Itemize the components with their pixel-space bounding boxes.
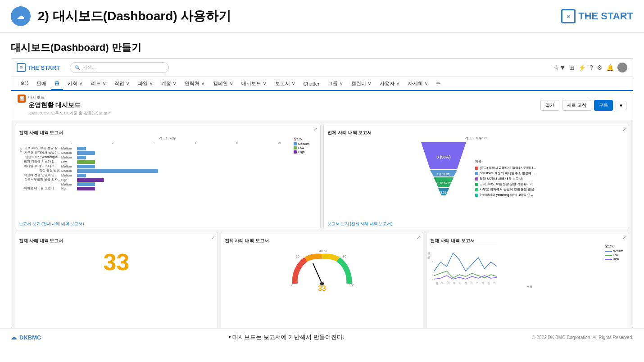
footer-logo-text: DKBMC <box>19 334 41 341</box>
nav-dashboard[interactable]: 대시보드 ∨ <box>238 77 270 90</box>
line-xaxis: 항Sa이제차정이적책한히 <box>434 282 497 285</box>
cloud-icon: ☁ <box>17 11 25 21</box>
dashboard-row-bottom: 전체 사례 내역 보고서 ⤢ 33 보고서 보기 (전체 사례 내역 보고서) … <box>15 232 629 328</box>
the-start-logo: ⊡ THE START <box>561 9 633 23</box>
widget-gauge: 전체 사례 내역 보고서 ⤢ <box>221 232 424 328</box>
legend-medium: Medium <box>294 142 309 145</box>
legend-low: Low <box>294 146 309 149</box>
footer-cloud-icon: ☁ <box>11 334 17 341</box>
sf-dash-info: 대시보드 운영현황 대시보드 2022. 8. 22. 오후 9:10 기준 홈… <box>28 95 112 116</box>
logo-text: THE START <box>578 10 633 22</box>
bar-row-10: 히이을 데이볼 표면에 연... High <box>24 186 317 190</box>
nav-home[interactable]: 홈 <box>51 77 63 90</box>
nav-edit[interactable]: ✏ <box>433 78 444 89</box>
svg-text:20: 20 <box>296 255 299 258</box>
refresh-button[interactable]: 새로 고침 <box>562 100 591 111</box>
gauge-value: 33 <box>318 285 326 293</box>
nav-chatter[interactable]: Chatter <box>300 78 323 89</box>
line-chart-svg <box>434 244 497 280</box>
sf-dash-actions: 열기 새로 고침 구독 ▼ <box>540 100 626 111</box>
expand-icon[interactable]: ⤢ <box>314 127 317 132</box>
funnel-chart-link[interactable]: 보고서 보기 (전체 사례 내역 보고서) <box>327 221 393 227</box>
gauge-area: 0 20 40 60 80 100 33 <box>225 244 420 293</box>
bar-row-2: 사무용 의자에서 놀빛이... Medium <box>24 151 317 155</box>
nav-accounts[interactable]: 계정 ∨ <box>158 77 180 90</box>
sf-dash-header: 📊 대시보드 운영현황 대시보드 2022. 8. 22. 오후 9:10 기준… <box>11 91 633 120</box>
expand-icon-3[interactable]: ⤢ <box>211 235 215 240</box>
avatar-icon[interactable] <box>617 63 627 72</box>
dashboard-row-top: 전체 사례 내역 보고서 ⤢ 레코드 개수 0246810 중요도 Medium <box>15 124 629 229</box>
nav-more[interactable]: 자세히 ∨ <box>404 77 432 90</box>
funnel-legend-4: 고객 360도 뷰는 정말 실현 가능할까? <box>475 182 536 186</box>
bar-row-6: 적상 볼탕 발생 Medium <box>24 169 317 173</box>
subscribe-button[interactable]: 구독 <box>594 100 613 111</box>
sf-search-box[interactable]: 🔍 검색... <box>70 62 169 73</box>
line-y-label: 레코드 <box>427 253 431 261</box>
nav-campaigns[interactable]: 캠페인 ∨ <box>209 77 237 90</box>
header-icon: ☁ <box>11 6 31 26</box>
svg-text:100: 100 <box>349 284 354 287</box>
logo-box-icon: ⊡ <box>561 9 576 23</box>
nav-tasks[interactable]: 작업 ∨ <box>111 77 133 90</box>
nav-groups[interactable]: 그룹 ∨ <box>324 77 347 90</box>
expand-icon-5[interactable]: ⤢ <box>622 235 626 240</box>
dashboard-date: 2022. 8. 22. 오후 9:10 기준 홈 갈동(으)로 보기 <box>28 110 112 116</box>
svg-text:6 (50%): 6 (50%) <box>436 155 451 159</box>
bar-row-9: Medium <box>24 182 317 186</box>
search-icon: 🔍 <box>75 65 80 70</box>
sub-heading: 대시보드(Dashboard) 만들기 <box>0 33 644 58</box>
nav-reports[interactable]: 보고서 ∨ <box>272 77 299 90</box>
dashboard-icon: 📊 <box>18 95 26 103</box>
settings-icon[interactable]: ⚙ <box>597 64 603 71</box>
nav-sales[interactable]: 판매 <box>33 77 50 90</box>
funnel-legend: 제목 (공고) 갤럭시 Z 폴드4 I 플립4 사전담대... Salesfor… <box>475 159 536 197</box>
widget-funnel-chart: 전체 사례 내역 보고서 ⤢ 레코드 개수: 12 6 (50%) 1 (8.3… <box>323 124 629 229</box>
sf-nav: ⚙⠿ 판매 홈 기회 ∨ 리드 ∨ 작업 ∨ 파일 ∨ 계정 ∨ 연락처 ∨ 캠… <box>11 77 633 91</box>
nav-opportunity[interactable]: 기회 ∨ <box>64 77 86 90</box>
svg-text:2 (16.67%): 2 (16.67%) <box>436 181 451 185</box>
lightning-icon[interactable]: ⚡ <box>578 64 586 71</box>
plus-icon[interactable]: ⊞ <box>569 64 575 71</box>
svg-text:40 60: 40 60 <box>319 249 327 253</box>
funnel-legend-5: 사무용 의자에서 놀빛이 조절 볼탕 발생 <box>475 188 536 192</box>
nav-calendar[interactable]: 캘린더 ∨ <box>348 77 375 90</box>
number-display: 33 <box>19 244 214 280</box>
svg-text:80: 80 <box>343 255 346 258</box>
help-icon[interactable]: ? <box>590 64 593 71</box>
bell-icon[interactable]: 🔔 <box>606 64 614 71</box>
sf-dash-content: 전체 사례 내역 보고서 ⤢ 레코드 개수 0246810 중요도 Medium <box>11 120 633 328</box>
widget-bar-title: 전체 사례 내역 보고서 <box>19 130 63 135</box>
more-button[interactable]: ▼ <box>616 101 626 110</box>
funnel-svg: 6 (50%) 1 (8.33%) 2 (16.67%) 1 (8.33%) <box>417 142 471 214</box>
main-header: ☁ 2) 대시보드(Dashboard) 사용하기 ⊡ THE START <box>0 0 644 33</box>
open-button[interactable]: 열기 <box>540 100 559 111</box>
funnel-legend-3: 결과 보기(새 사례 내역 보고서) <box>475 177 536 181</box>
widget-funnel-title: 전체 사례 내역 보고서 <box>327 130 372 135</box>
funnel-legend-1: (공고) 갤럭시 Z 폴드4 I 플립4 사전담대... <box>475 166 536 170</box>
expand-icon-2[interactable]: ⤢ <box>622 127 626 132</box>
nav-users[interactable]: 사용자 ∨ <box>376 77 404 90</box>
axis-label: 레코드 개수 <box>159 136 176 140</box>
nav-contacts[interactable]: 연락처 ∨ <box>181 77 209 90</box>
nav-apps[interactable]: ⚙⠿ <box>17 78 32 89</box>
funnel-area: 6 (50%) 1 (8.33%) 2 (16.67%) 1 (8.33%) 제 <box>327 142 625 214</box>
widget-line-chart: 전체 사례 내역 보고서 ⤢ 중요도 Medium Low <box>426 232 629 328</box>
star-icon[interactable]: ☆▼ <box>553 64 566 71</box>
footer-note: • 대시보드는 보고서에 기반해서 만들어진다. <box>229 333 345 341</box>
page-title: 2) 대시보드(Dashboard) 사용하기 <box>38 8 231 25</box>
bar-chart-link[interactable]: 보고서 보기 (전체 사례 내역 보고서) <box>19 221 84 227</box>
sf-logo-text: THE START <box>27 64 60 71</box>
widget-number: 전체 사례 내역 보고서 ⤢ 33 보고서 보기 (전체 사례 내역 보고서) <box>15 232 218 328</box>
widget-number-title: 전체 사례 내역 보고서 <box>19 238 63 243</box>
bar-row-1: 고객 360도 뷰는 정말 살... Medium <box>24 146 317 150</box>
bar-row-4: 의자 다리에 기스가 있습... Low <box>24 160 317 164</box>
widget-line-title: 전체 사례 내역 보고서 <box>430 238 474 243</box>
nav-leads[interactable]: 리드 ∨ <box>87 77 110 90</box>
line-x-label: 제목 <box>434 285 625 289</box>
sf-dash-info-row: 📊 대시보드 운영현황 대시보드 2022. 8. 22. 오후 9:10 기준… <box>18 95 112 116</box>
svg-text:1 (8.33%): 1 (8.33%) <box>437 172 450 176</box>
nav-files[interactable]: 파일 ∨ <box>134 77 157 90</box>
bar-row-5: 이메일 투 케이스 테스트... Medium <box>24 164 317 168</box>
expand-icon-4[interactable]: ⤢ <box>417 235 420 240</box>
page-footer: ☁ DKBMC • 대시보드는 보고서에 기반해서 만들어진다. © 2022 … <box>0 328 644 346</box>
